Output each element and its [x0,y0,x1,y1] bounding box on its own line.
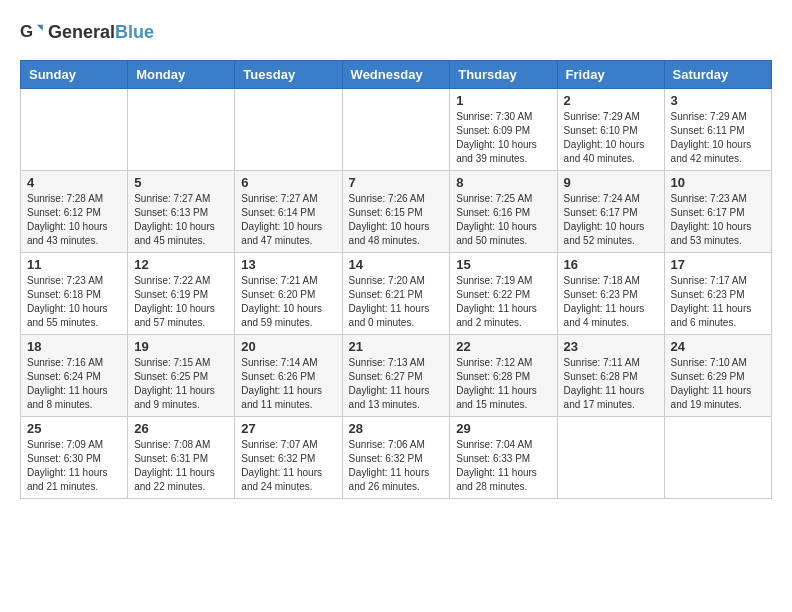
day-info: Sunrise: 7:24 AM Sunset: 6:17 PM Dayligh… [564,192,658,248]
day-number: 16 [564,257,658,272]
calendar-cell: 1Sunrise: 7:30 AM Sunset: 6:09 PM Daylig… [450,89,557,171]
calendar-cell: 26Sunrise: 7:08 AM Sunset: 6:31 PM Dayli… [128,417,235,499]
day-info: Sunrise: 7:23 AM Sunset: 6:18 PM Dayligh… [27,274,121,330]
day-number: 9 [564,175,658,190]
day-info: Sunrise: 7:29 AM Sunset: 6:11 PM Dayligh… [671,110,765,166]
logo-general-text: GeneralBlue [48,22,154,43]
calendar-cell [235,89,342,171]
day-info: Sunrise: 7:11 AM Sunset: 6:28 PM Dayligh… [564,356,658,412]
weekday-header: Tuesday [235,61,342,89]
weekday-header: Wednesday [342,61,450,89]
weekday-header: Monday [128,61,235,89]
weekday-header: Friday [557,61,664,89]
day-info: Sunrise: 7:26 AM Sunset: 6:15 PM Dayligh… [349,192,444,248]
day-info: Sunrise: 7:29 AM Sunset: 6:10 PM Dayligh… [564,110,658,166]
calendar-cell [342,89,450,171]
calendar-cell: 7Sunrise: 7:26 AM Sunset: 6:15 PM Daylig… [342,171,450,253]
day-info: Sunrise: 7:08 AM Sunset: 6:31 PM Dayligh… [134,438,228,494]
day-info: Sunrise: 7:13 AM Sunset: 6:27 PM Dayligh… [349,356,444,412]
day-info: Sunrise: 7:27 AM Sunset: 6:13 PM Dayligh… [134,192,228,248]
calendar-cell: 20Sunrise: 7:14 AM Sunset: 6:26 PM Dayli… [235,335,342,417]
day-number: 17 [671,257,765,272]
calendar-cell: 21Sunrise: 7:13 AM Sunset: 6:27 PM Dayli… [342,335,450,417]
calendar-cell: 29Sunrise: 7:04 AM Sunset: 6:33 PM Dayli… [450,417,557,499]
calendar-cell [557,417,664,499]
day-number: 18 [27,339,121,354]
calendar-cell: 6Sunrise: 7:27 AM Sunset: 6:14 PM Daylig… [235,171,342,253]
day-info: Sunrise: 7:15 AM Sunset: 6:25 PM Dayligh… [134,356,228,412]
calendar-cell: 2Sunrise: 7:29 AM Sunset: 6:10 PM Daylig… [557,89,664,171]
day-number: 29 [456,421,550,436]
calendar-cell: 4Sunrise: 7:28 AM Sunset: 6:12 PM Daylig… [21,171,128,253]
calendar-cell [128,89,235,171]
calendar-cell [21,89,128,171]
logo: G GeneralBlue [20,20,154,44]
calendar-cell: 5Sunrise: 7:27 AM Sunset: 6:13 PM Daylig… [128,171,235,253]
day-number: 12 [134,257,228,272]
page-header: G GeneralBlue [20,20,772,44]
calendar-cell: 28Sunrise: 7:06 AM Sunset: 6:32 PM Dayli… [342,417,450,499]
svg-text:G: G [20,22,33,41]
day-number: 23 [564,339,658,354]
day-number: 19 [134,339,228,354]
day-number: 5 [134,175,228,190]
day-info: Sunrise: 7:30 AM Sunset: 6:09 PM Dayligh… [456,110,550,166]
calendar-cell: 13Sunrise: 7:21 AM Sunset: 6:20 PM Dayli… [235,253,342,335]
day-number: 24 [671,339,765,354]
day-number: 8 [456,175,550,190]
calendar-week-row: 1Sunrise: 7:30 AM Sunset: 6:09 PM Daylig… [21,89,772,171]
calendar-cell: 23Sunrise: 7:11 AM Sunset: 6:28 PM Dayli… [557,335,664,417]
calendar-cell: 12Sunrise: 7:22 AM Sunset: 6:19 PM Dayli… [128,253,235,335]
day-info: Sunrise: 7:18 AM Sunset: 6:23 PM Dayligh… [564,274,658,330]
day-number: 27 [241,421,335,436]
day-number: 22 [456,339,550,354]
calendar-week-row: 18Sunrise: 7:16 AM Sunset: 6:24 PM Dayli… [21,335,772,417]
day-number: 21 [349,339,444,354]
calendar-cell: 24Sunrise: 7:10 AM Sunset: 6:29 PM Dayli… [664,335,771,417]
calendar-week-row: 4Sunrise: 7:28 AM Sunset: 6:12 PM Daylig… [21,171,772,253]
calendar-cell: 3Sunrise: 7:29 AM Sunset: 6:11 PM Daylig… [664,89,771,171]
weekday-header: Sunday [21,61,128,89]
day-info: Sunrise: 7:10 AM Sunset: 6:29 PM Dayligh… [671,356,765,412]
weekday-header: Thursday [450,61,557,89]
calendar-header-row: SundayMondayTuesdayWednesdayThursdayFrid… [21,61,772,89]
day-number: 6 [241,175,335,190]
day-number: 26 [134,421,228,436]
day-number: 11 [27,257,121,272]
day-info: Sunrise: 7:20 AM Sunset: 6:21 PM Dayligh… [349,274,444,330]
day-number: 28 [349,421,444,436]
svg-marker-1 [37,25,43,31]
day-info: Sunrise: 7:27 AM Sunset: 6:14 PM Dayligh… [241,192,335,248]
day-number: 14 [349,257,444,272]
calendar-cell: 8Sunrise: 7:25 AM Sunset: 6:16 PM Daylig… [450,171,557,253]
day-number: 4 [27,175,121,190]
calendar-week-row: 25Sunrise: 7:09 AM Sunset: 6:30 PM Dayli… [21,417,772,499]
calendar-cell: 11Sunrise: 7:23 AM Sunset: 6:18 PM Dayli… [21,253,128,335]
day-info: Sunrise: 7:14 AM Sunset: 6:26 PM Dayligh… [241,356,335,412]
calendar-cell: 18Sunrise: 7:16 AM Sunset: 6:24 PM Dayli… [21,335,128,417]
day-info: Sunrise: 7:28 AM Sunset: 6:12 PM Dayligh… [27,192,121,248]
calendar-cell: 19Sunrise: 7:15 AM Sunset: 6:25 PM Dayli… [128,335,235,417]
day-info: Sunrise: 7:21 AM Sunset: 6:20 PM Dayligh… [241,274,335,330]
calendar-cell: 17Sunrise: 7:17 AM Sunset: 6:23 PM Dayli… [664,253,771,335]
calendar-cell: 25Sunrise: 7:09 AM Sunset: 6:30 PM Dayli… [21,417,128,499]
day-number: 25 [27,421,121,436]
calendar-cell: 14Sunrise: 7:20 AM Sunset: 6:21 PM Dayli… [342,253,450,335]
day-info: Sunrise: 7:07 AM Sunset: 6:32 PM Dayligh… [241,438,335,494]
day-number: 2 [564,93,658,108]
day-info: Sunrise: 7:12 AM Sunset: 6:28 PM Dayligh… [456,356,550,412]
day-number: 10 [671,175,765,190]
calendar-cell: 10Sunrise: 7:23 AM Sunset: 6:17 PM Dayli… [664,171,771,253]
calendar-cell: 16Sunrise: 7:18 AM Sunset: 6:23 PM Dayli… [557,253,664,335]
calendar-cell: 15Sunrise: 7:19 AM Sunset: 6:22 PM Dayli… [450,253,557,335]
day-info: Sunrise: 7:25 AM Sunset: 6:16 PM Dayligh… [456,192,550,248]
calendar-table: SundayMondayTuesdayWednesdayThursdayFrid… [20,60,772,499]
calendar-cell: 9Sunrise: 7:24 AM Sunset: 6:17 PM Daylig… [557,171,664,253]
day-number: 1 [456,93,550,108]
logo-icon: G [20,20,44,44]
day-info: Sunrise: 7:19 AM Sunset: 6:22 PM Dayligh… [456,274,550,330]
day-info: Sunrise: 7:16 AM Sunset: 6:24 PM Dayligh… [27,356,121,412]
day-number: 7 [349,175,444,190]
day-info: Sunrise: 7:09 AM Sunset: 6:30 PM Dayligh… [27,438,121,494]
calendar-cell: 22Sunrise: 7:12 AM Sunset: 6:28 PM Dayli… [450,335,557,417]
